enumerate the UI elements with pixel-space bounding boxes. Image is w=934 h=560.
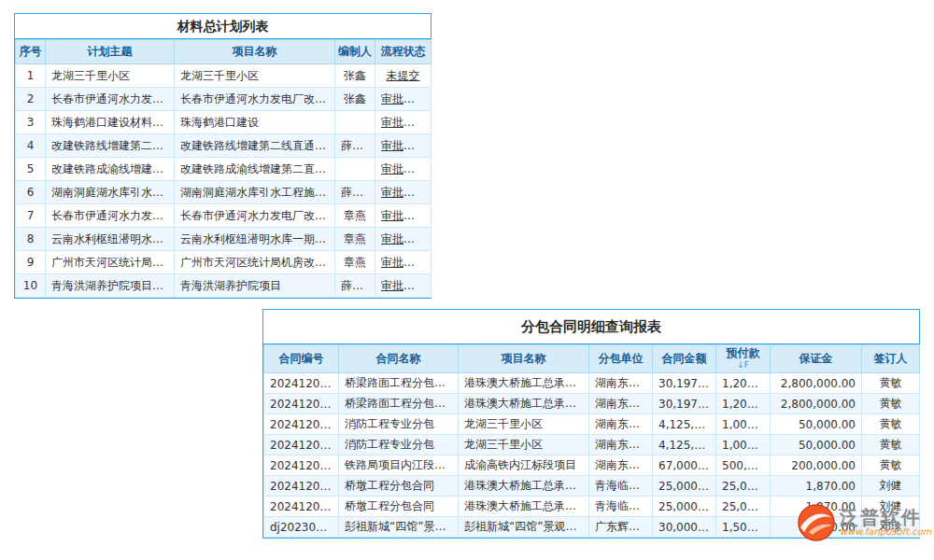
contract-project-link[interactable]: 港珠澳大桥施工总承包项目	[459, 373, 589, 394]
contract-code-link[interactable]: 2024120002	[264, 414, 339, 435]
plan-subject-link[interactable]: 云南水利枢纽潜明水库一期...	[46, 228, 175, 251]
contract-code-link[interactable]: 2024120008	[264, 373, 339, 394]
contract-deposit-cell: 1,870.00	[771, 476, 862, 497]
plan-subject-link[interactable]: 改建铁路成渝线增建第二直...	[46, 158, 175, 181]
contract-advance-cell: 1,200,...	[716, 373, 771, 394]
plan-project-link[interactable]: 长春市伊通河水力发电厂改建工程	[175, 204, 335, 228]
plan-subject-link[interactable]: 青海洪湖养护院项目主要材料	[46, 274, 175, 298]
contract-amount-cell: 30,000.00	[653, 517, 716, 538]
plan-subject-link[interactable]: 龙湖三千里小区	[46, 64, 175, 88]
contract-amount-cell: 4,125,00...	[653, 435, 716, 455]
contract-code-link[interactable]: 2024120004	[264, 455, 339, 476]
contract-advance-cell: 25,000...	[716, 476, 771, 497]
plan-subject-link[interactable]: 改建铁路线增建第二线直通...	[46, 134, 175, 158]
plan-compiler-cell: 章燕	[335, 228, 375, 251]
contract-code-link[interactable]: dj20230002	[264, 517, 339, 538]
contract-name-link[interactable]: 桥墩工程分包合同	[339, 497, 459, 517]
plan-status-link[interactable]: 审批通过	[375, 88, 432, 111]
contract-amount-cell: 30,197,0...	[653, 394, 716, 414]
plan-row-index: 9	[16, 251, 46, 274]
plan-table-row: 10 青海洪湖养护院项目主要材料 青海洪湖养护院项目 薛保丰 审批通过	[16, 274, 432, 298]
plan-status-link[interactable]: 未提交	[375, 64, 432, 88]
plan-row-index: 7	[16, 204, 46, 228]
plan-status-link[interactable]: 审批通过	[375, 251, 432, 274]
contract-col-amount[interactable]: 合同金额	[653, 345, 716, 373]
contract-name-link[interactable]: 桥梁路面工程分包合同	[339, 373, 459, 394]
watermark: 泛普软件 www.fanpusoft.com	[798, 504, 932, 541]
contract-col-unit[interactable]: 分包单位	[589, 345, 653, 373]
contract-unit-cell: 湖南东林...	[589, 394, 653, 414]
plan-status-link[interactable]: 审批通过	[375, 274, 432, 298]
plan-status-link[interactable]: 审批通过	[375, 158, 432, 181]
plan-compiler-cell: 章燕	[335, 204, 375, 228]
plan-project-link[interactable]: 云南水利枢纽潜明水库一期工程施工标	[175, 228, 335, 251]
plan-compiler-cell: 张鑫	[335, 64, 375, 88]
contract-project-link[interactable]: 彭祖新城“四馆”景观工程设计项	[459, 517, 589, 538]
plan-subject-link[interactable]: 长春市伊通河水力发电厂改...	[46, 204, 175, 228]
plan-status-link[interactable]: 审批通过	[375, 134, 432, 158]
plan-compiler-cell: 薛保丰	[335, 134, 375, 158]
contract-unit-cell: 湖南东林...	[589, 435, 653, 455]
contract-name-link[interactable]: 消防工程专业分包	[339, 435, 459, 455]
contract-project-link[interactable]: 港珠澳大桥施工总承包项目	[459, 394, 589, 414]
contract-code-link[interactable]: 2024120007	[264, 497, 339, 517]
contract-project-link[interactable]: 龙湖三千里小区	[459, 435, 589, 455]
plan-project-link[interactable]: 珠海鹤港口建设	[175, 111, 335, 134]
contract-signer-cell: 黄敏	[862, 394, 920, 414]
contract-deposit-cell: 2,800,000.00	[771, 394, 862, 414]
plan-subject-link[interactable]: 长春市伊通河水力发电厂改...	[46, 88, 175, 111]
plan-subject-link[interactable]: 广州市天河区统计局机房改...	[46, 251, 175, 274]
contract-col-deposit[interactable]: 保证金	[771, 345, 862, 373]
plan-subject-link[interactable]: 湖南洞庭湖水库引水工程施...	[46, 181, 175, 204]
contract-code-link[interactable]: 2024120007	[264, 476, 339, 497]
contract-col-code[interactable]: 合同编号	[264, 345, 339, 373]
contract-advance-cell: 1,000,...	[716, 414, 771, 435]
contract-deposit-cell: 2,800,000.00	[771, 373, 862, 394]
contract-name-link[interactable]: 桥梁路面工程分包合同	[339, 394, 459, 414]
contract-unit-cell: 青海临达...	[589, 497, 653, 517]
plan-project-link[interactable]: 龙湖三千里小区	[175, 64, 335, 88]
watermark-brand: 泛普软件	[840, 508, 932, 527]
contract-name-link[interactable]: 消防工程专业分包	[339, 414, 459, 435]
contract-table-row: 2024120008 桥梁路面工程分包合同 港珠澳大桥施工总承包项目 湖南东林.…	[264, 394, 920, 414]
contract-signer-cell: 刘健	[862, 476, 920, 497]
plan-row-index: 6	[16, 181, 46, 204]
contract-col-name[interactable]: 合同名称	[339, 345, 459, 373]
plan-subject-link[interactable]: 珠海鹤港口建设材料总计划	[46, 111, 175, 134]
contract-name-link[interactable]: 桥墩工程分包合同	[339, 476, 459, 497]
contract-col-project[interactable]: 项目名称	[459, 345, 589, 373]
plan-status-link[interactable]: 审批通过	[375, 228, 432, 251]
plan-project-link[interactable]: 长春市伊通河水力发电厂改建工程	[175, 88, 335, 111]
contract-project-link[interactable]: 成渝高铁内江标段项目	[459, 455, 589, 476]
contract-code-link[interactable]: 2024120002	[264, 435, 339, 455]
contract-name-link[interactable]: 彭祖新城“四馆”景观工程设计项	[339, 517, 459, 538]
contract-unit-cell: 湖南东林...	[589, 414, 653, 435]
plan-project-link[interactable]: 改建铁路线增建第二线直通线（成都-...	[175, 134, 335, 158]
contract-name-link[interactable]: 铁路局项目内江段分包合同	[339, 455, 459, 476]
contract-signer-cell: 黄敏	[862, 373, 920, 394]
plan-status-link[interactable]: 审批通过	[375, 204, 432, 228]
plan-col-subject: 计划主题	[46, 40, 175, 64]
contract-project-link[interactable]: 港珠澳大桥施工总承包项目	[459, 476, 589, 497]
fanpu-logo-icon	[798, 504, 835, 541]
contract-code-link[interactable]: 2024120008	[264, 394, 339, 414]
plan-project-link[interactable]: 湖南洞庭湖水库引水工程施工标	[175, 181, 335, 204]
plan-col-project: 项目名称	[175, 40, 335, 64]
plan-project-link[interactable]: 改建铁路成渝线增建第二直通线（成...	[175, 158, 335, 181]
contract-project-link[interactable]: 港珠澳大桥施工总承包项目	[459, 497, 589, 517]
contract-advance-cell: 500,00...	[716, 455, 771, 476]
sort-icon[interactable]: ↓F	[737, 359, 749, 371]
plan-project-link[interactable]: 青海洪湖养护院项目	[175, 274, 335, 298]
plan-table-row: 5 改建铁路成渝线增建第二直... 改建铁路成渝线增建第二直通线（成... 审批…	[16, 158, 432, 181]
plan-status-link[interactable]: 审批通过	[375, 111, 432, 134]
plan-col-status: 流程状态	[375, 40, 432, 64]
plan-status-link[interactable]: 审批通过	[375, 181, 432, 204]
contract-project-link[interactable]: 龙湖三千里小区	[459, 414, 589, 435]
contract-col-signer[interactable]: 签订人	[862, 345, 920, 373]
plan-compiler-cell	[335, 111, 375, 134]
watermark-text: 泛普软件 www.fanpusoft.com	[840, 508, 932, 538]
plan-table-row: 1 龙湖三千里小区 龙湖三千里小区 张鑫 未提交	[16, 64, 432, 88]
contract-advance-cell: 1,200,...	[716, 394, 771, 414]
plan-project-link[interactable]: 广州市天河区统计局机房改造项目	[175, 251, 335, 274]
contract-col-advance[interactable]: 预付款 ↓F	[716, 345, 771, 373]
